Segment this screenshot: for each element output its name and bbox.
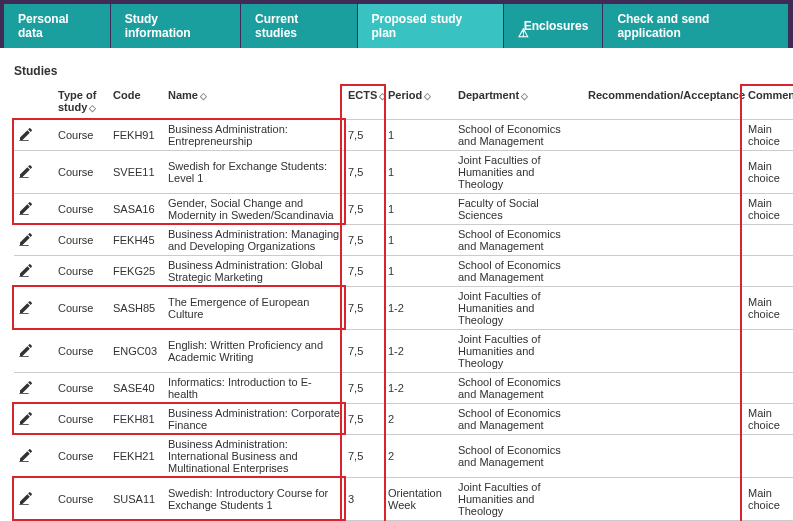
col-comm[interactable]: Comment (744, 86, 793, 120)
table-row: CourseFEKH21Business Administration: Int… (14, 435, 793, 478)
cell-type: Course (54, 478, 109, 521)
cell-rec (584, 225, 744, 256)
cell-name: English: Written Proficiency and Academi… (164, 330, 344, 373)
cell-name: Informatics: Introduction to E-health (164, 373, 344, 404)
cell-comm: Main choice (744, 478, 793, 521)
cell-code: FEKG25 (109, 256, 164, 287)
col-ects[interactable]: ECTS◇ (344, 86, 384, 120)
svg-rect-1 (19, 177, 28, 178)
edit-icon[interactable] (18, 342, 36, 360)
svg-rect-7 (19, 393, 28, 394)
edit-icon[interactable] (18, 379, 36, 397)
cell-comm (744, 225, 793, 256)
table-row: CourseSUSA11Swedish: Introductory Course… (14, 478, 793, 521)
tab-check-and-send-application[interactable]: Check and send application (603, 4, 789, 48)
cell-dept: Joint Faculties of Humanities and Theolo… (454, 478, 584, 521)
cell-type: Course (54, 373, 109, 404)
cell-name: Swedish for Exchange Students: Level 1 (164, 151, 344, 194)
table-row: CourseFEKH91Business Administration: Ent… (14, 120, 793, 151)
col-rec[interactable]: Recommendation/Acceptance (584, 86, 744, 120)
cell-comm: Main choice (744, 151, 793, 194)
cell-rec (584, 330, 744, 373)
cell-type: Course (54, 194, 109, 225)
tab-current-studies[interactable]: Current studies (241, 4, 358, 48)
edit-icon[interactable] (18, 447, 36, 465)
cell-rec (584, 287, 744, 330)
cell-code: SUSA11 (109, 478, 164, 521)
tab-bar: Personal dataStudy informationCurrent st… (0, 0, 793, 48)
table-row: CourseSVEE11Swedish for Exchange Student… (14, 151, 793, 194)
svg-rect-9 (19, 461, 28, 462)
cell-dept: Faculty of Social Sciences (454, 194, 584, 225)
cell-rec (584, 478, 744, 521)
cell-ects: 7,5 (344, 225, 384, 256)
cell-dept: Joint Faculties of Humanities and Theolo… (454, 287, 584, 330)
edit-icon[interactable] (18, 200, 36, 218)
cell-code: SVEE11 (109, 151, 164, 194)
col-code[interactable]: Code (109, 86, 164, 120)
tab-enclosures[interactable]: Enclosures (504, 4, 604, 48)
cell-period: 1-2 (384, 330, 454, 373)
svg-rect-4 (19, 276, 28, 277)
cell-ects: 3 (344, 478, 384, 521)
section-heading: Studies (14, 64, 779, 78)
cell-ects: 7,5 (344, 404, 384, 435)
cell-code: ENGC03 (109, 330, 164, 373)
cell-code: SASH85 (109, 287, 164, 330)
cell-ects: 7,5 (344, 287, 384, 330)
edit-icon[interactable] (18, 262, 36, 280)
edit-icon[interactable] (18, 126, 36, 144)
table-row: CourseFEKH81Business Administration: Cor… (14, 404, 793, 435)
cell-period: 2 (384, 435, 454, 478)
cell-name: Business Administration: Global Strategi… (164, 256, 344, 287)
tab-study-information[interactable]: Study information (111, 4, 241, 48)
cell-type: Course (54, 404, 109, 435)
edit-icon[interactable] (18, 163, 36, 181)
cell-comm (744, 330, 793, 373)
cell-dept: Joint Faculties of Humanities and Theolo… (454, 151, 584, 194)
cell-code: FEKH45 (109, 225, 164, 256)
svg-rect-6 (19, 356, 28, 357)
cell-comm (744, 435, 793, 478)
cell-rec (584, 256, 744, 287)
cell-comm (744, 256, 793, 287)
cell-ects: 7,5 (344, 330, 384, 373)
col-name[interactable]: Name◇ (164, 86, 344, 120)
col-dept[interactable]: Department◇ (454, 86, 584, 120)
cell-period: 1-2 (384, 287, 454, 330)
cell-comm: Main choice (744, 194, 793, 225)
cell-period: 1-2 (384, 373, 454, 404)
tab-proposed-study-plan[interactable]: Proposed study plan (358, 4, 504, 48)
cell-period: 1 (384, 194, 454, 225)
cell-dept: Joint Faculties of Humanities and Theolo… (454, 330, 584, 373)
cell-name: Swedish: Introductory Course for Exchang… (164, 478, 344, 521)
cell-code: SASA16 (109, 194, 164, 225)
cell-name: Gender, Social Change and Modernity in S… (164, 194, 344, 225)
edit-icon[interactable] (18, 231, 36, 249)
studies-table: Type of study◇ Code Name◇ ECTS◇ Period◇ … (14, 86, 793, 521)
cell-code: FEKH91 (109, 120, 164, 151)
cell-type: Course (54, 225, 109, 256)
cell-ects: 7,5 (344, 120, 384, 151)
cell-type: Course (54, 256, 109, 287)
cell-comm: Main choice (744, 287, 793, 330)
edit-icon[interactable] (18, 299, 36, 317)
cell-comm: Main choice (744, 404, 793, 435)
cell-type: Course (54, 435, 109, 478)
col-period[interactable]: Period◇ (384, 86, 454, 120)
col-type[interactable]: Type of study◇ (54, 86, 109, 120)
cell-ects: 7,5 (344, 151, 384, 194)
edit-icon[interactable] (18, 410, 36, 428)
cell-rec (584, 373, 744, 404)
cell-code: FEKH21 (109, 435, 164, 478)
cell-rec (584, 404, 744, 435)
edit-icon[interactable] (18, 490, 36, 508)
cell-name: The Emergence of European Culture (164, 287, 344, 330)
cell-name: Business Administration: International B… (164, 435, 344, 478)
cell-dept: School of Economics and Management (454, 225, 584, 256)
table-row: CourseFEKG25Business Administration: Glo… (14, 256, 793, 287)
tab-personal-data[interactable]: Personal data (4, 4, 111, 48)
cell-ects: 7,5 (344, 373, 384, 404)
cell-comm: Main choice (744, 120, 793, 151)
table-row: CourseENGC03English: Written Proficiency… (14, 330, 793, 373)
